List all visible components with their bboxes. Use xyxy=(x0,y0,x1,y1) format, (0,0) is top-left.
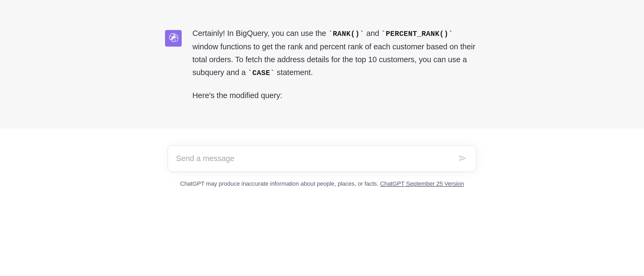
assistant-message-content: Certainly! In BigQuery, you can use the … xyxy=(192,27,479,102)
message-text: Certainly! In BigQuery, you can use the xyxy=(192,29,328,38)
inline-code: `PERCENT_RANK()` xyxy=(381,30,453,38)
assistant-avatar xyxy=(165,30,182,47)
disclaimer-message: ChatGPT may produce inaccurate informati… xyxy=(180,180,380,187)
version-link[interactable]: ChatGPT September 25 Version xyxy=(380,180,464,187)
disclaimer-text: ChatGPT may produce inaccurate informati… xyxy=(0,180,644,187)
openai-logo-icon xyxy=(168,32,179,44)
message-input[interactable] xyxy=(168,146,476,172)
message-text: statement. xyxy=(275,68,313,77)
conversation-area: Certainly! In BigQuery, you can use the … xyxy=(0,0,644,129)
message-paragraph-1: Certainly! In BigQuery, you can use the … xyxy=(192,27,479,79)
input-container xyxy=(168,146,476,172)
assistant-message-row: Certainly! In BigQuery, you can use the … xyxy=(157,27,487,102)
input-area: ChatGPT may produce inaccurate informati… xyxy=(0,129,644,187)
send-icon xyxy=(459,154,467,163)
inline-code: `RANK()` xyxy=(328,30,364,38)
message-paragraph-2: Here's the modified query: xyxy=(192,89,479,102)
message-text: and xyxy=(364,29,381,38)
send-button[interactable] xyxy=(456,152,469,165)
inline-code: `CASE` xyxy=(248,69,275,77)
message-text: window functions to get the rank and per… xyxy=(192,42,475,77)
